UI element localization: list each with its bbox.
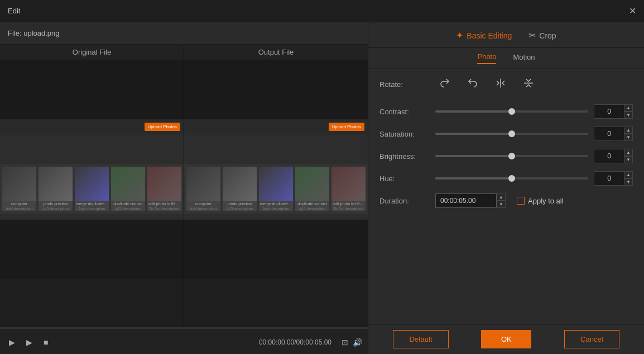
brightness-row: Brightness: 0 ▲ ▼ bbox=[379, 149, 633, 163]
scrubber-bar[interactable] bbox=[0, 327, 368, 329]
saturation-value-wrap: 0 ▲ ▼ bbox=[594, 127, 633, 141]
thumb-3-orig: merge duplicate contacts Add description bbox=[75, 167, 109, 211]
contrast-value-wrap: 0 ▲ ▼ bbox=[594, 104, 633, 119]
saturation-spinner[interactable]: ▲ ▼ bbox=[624, 127, 633, 141]
apply-all-label: Apply to all bbox=[528, 197, 564, 205]
saturation-down[interactable]: ▼ bbox=[624, 134, 633, 141]
tab-motion[interactable]: Motion bbox=[513, 53, 535, 64]
file-bar: File: upload.png bbox=[0, 22, 368, 45]
output-top-bar: Upload Photos bbox=[184, 119, 368, 135]
hue-slider[interactable] bbox=[435, 177, 588, 180]
timeline-right bbox=[184, 279, 368, 327]
time-display: 00:00:00.00/00:00:05.00 bbox=[259, 338, 331, 346]
thumb-2-orig: photo preview #43 description bbox=[39, 167, 73, 211]
output-thumb-strip: computer Add description photo preview #… bbox=[184, 164, 368, 214]
original-label: Original File bbox=[0, 45, 184, 60]
thumb-2-out: photo preview #43 description bbox=[223, 167, 257, 211]
screenshot-icon[interactable]: ⊡ bbox=[342, 338, 348, 347]
upload-btn-original[interactable]: Upload Photos bbox=[145, 123, 180, 131]
duration-spinner[interactable]: ▲ ▼ bbox=[497, 193, 506, 208]
original-thumb-strip: computer Add description photo preview #… bbox=[0, 164, 184, 214]
hue-spinner[interactable]: ▲ ▼ bbox=[624, 171, 633, 186]
saturation-slider[interactable] bbox=[435, 133, 588, 135]
saturation-row: Saturation: 0 ▲ ▼ bbox=[379, 127, 633, 141]
apply-all-row: Apply to all bbox=[517, 197, 564, 205]
window-title: Edit bbox=[8, 7, 20, 15]
crop-icon: ✂ bbox=[528, 30, 536, 41]
stop-button[interactable]: ■ bbox=[40, 336, 51, 349]
rotate-row: Rotate: bbox=[379, 75, 633, 94]
play-button-2[interactable]: ▶ bbox=[23, 336, 36, 349]
main-layout: File: upload.png Original File Upload Ph… bbox=[0, 22, 644, 354]
close-button[interactable]: ✕ bbox=[629, 7, 636, 16]
original-pane: Original File Upload Photos computer Add… bbox=[0, 45, 184, 278]
brightness-slider[interactable] bbox=[435, 155, 588, 157]
rotate-label: Rotate: bbox=[379, 80, 430, 89]
tab-crop[interactable]: ✂ Crop bbox=[528, 30, 556, 43]
ok-button[interactable]: OK bbox=[481, 330, 531, 348]
thumb-4-orig: duplicate contact #43 description bbox=[111, 167, 145, 211]
hue-value-wrap: 0 ▲ ▼ bbox=[594, 171, 633, 186]
thumb-5-orig: add photo to iMovie To Do description bbox=[147, 167, 181, 211]
contrast-slider[interactable] bbox=[435, 110, 588, 113]
hue-label: Hue: bbox=[379, 174, 430, 183]
contrast-up[interactable]: ▲ bbox=[624, 104, 633, 111]
duration-up[interactable]: ▲ bbox=[497, 193, 506, 201]
contrast-value: 0 bbox=[594, 104, 624, 119]
brightness-down[interactable]: ▼ bbox=[624, 156, 633, 163]
saturation-up[interactable]: ▲ bbox=[624, 127, 633, 134]
original-content: Upload Photos computer Add description p… bbox=[0, 60, 184, 278]
contrast-down[interactable]: ▼ bbox=[624, 111, 633, 119]
duration-down[interactable]: ▼ bbox=[497, 201, 506, 208]
flip-vertical-button[interactable] bbox=[519, 75, 538, 94]
flip-horizontal-button[interactable] bbox=[491, 75, 510, 94]
contrast-row: Contrast: 0 ▲ ▼ bbox=[379, 104, 633, 119]
thumb-1-out: computer Add description bbox=[186, 167, 220, 211]
timeline-left bbox=[0, 279, 184, 327]
crop-label: Crop bbox=[539, 31, 556, 40]
brightness-spinner[interactable]: ▲ ▼ bbox=[624, 149, 633, 163]
brightness-value: 0 bbox=[594, 149, 624, 163]
apply-all-checkbox[interactable] bbox=[517, 197, 525, 205]
default-button[interactable]: Default bbox=[393, 330, 448, 348]
upload-btn-output[interactable]: Upload Photos bbox=[329, 123, 364, 131]
timeline-area bbox=[0, 279, 368, 327]
basic-editing-icon: ✦ bbox=[456, 30, 463, 41]
volume-icon[interactable]: 🔊 bbox=[353, 338, 362, 347]
contrast-spinner[interactable]: ▲ ▼ bbox=[624, 104, 633, 119]
contrast-label: Contrast: bbox=[379, 108, 430, 116]
brightness-label: Brightness: bbox=[379, 152, 430, 161]
title-bar: Edit ✕ bbox=[0, 0, 644, 22]
original-top-bar: Upload Photos bbox=[0, 119, 184, 135]
play-button-1[interactable]: ▶ bbox=[6, 336, 18, 349]
timeline-inner bbox=[0, 279, 368, 327]
preview-area: Original File Upload Photos computer Add… bbox=[0, 45, 368, 279]
output-content: Upload Photos computer Add description p… bbox=[184, 60, 368, 278]
hue-value: 0 bbox=[594, 171, 624, 186]
controls-bar: ▶ ▶ ■ 00:00:00.00/00:00:05.00 ⊡ 🔊 bbox=[0, 329, 368, 354]
brightness-up[interactable]: ▲ bbox=[624, 149, 633, 156]
thumb-1-orig: computer Add description bbox=[2, 167, 36, 211]
thumb-5-out: add photo to iMovie To Do description bbox=[331, 167, 366, 211]
hue-down[interactable]: ▼ bbox=[624, 178, 633, 186]
output-label: Output File bbox=[184, 45, 368, 60]
thumb-4-out: duplicate contact #43 description bbox=[295, 167, 329, 211]
hue-row: Hue: 0 ▲ ▼ bbox=[379, 171, 633, 186]
rotate-buttons bbox=[435, 75, 538, 94]
edit-tabs: ✦ Basic Editing ✂ Crop bbox=[368, 22, 644, 48]
basic-editing-label: Basic Editing bbox=[467, 31, 512, 40]
sub-tabs: Photo Motion bbox=[368, 48, 644, 69]
cancel-button[interactable]: Cancel bbox=[564, 330, 619, 348]
tab-photo[interactable]: Photo bbox=[477, 52, 496, 64]
tab-basic-editing[interactable]: ✦ Basic Editing bbox=[456, 30, 512, 43]
bottom-bar: Default OK Cancel bbox=[368, 324, 644, 354]
saturation-label: Saturation: bbox=[379, 130, 430, 138]
hue-up[interactable]: ▲ bbox=[624, 171, 633, 178]
duration-input[interactable] bbox=[435, 193, 497, 208]
original-screenshot: Upload Photos computer Add description p… bbox=[0, 119, 184, 220]
rotate-right-button[interactable] bbox=[435, 75, 454, 94]
rotate-left-button[interactable] bbox=[463, 75, 482, 94]
output-screenshot: Upload Photos computer Add description p… bbox=[184, 119, 368, 220]
brightness-value-wrap: 0 ▲ ▼ bbox=[594, 149, 633, 163]
right-panel: ✦ Basic Editing ✂ Crop Photo Motion Rota… bbox=[368, 22, 644, 354]
